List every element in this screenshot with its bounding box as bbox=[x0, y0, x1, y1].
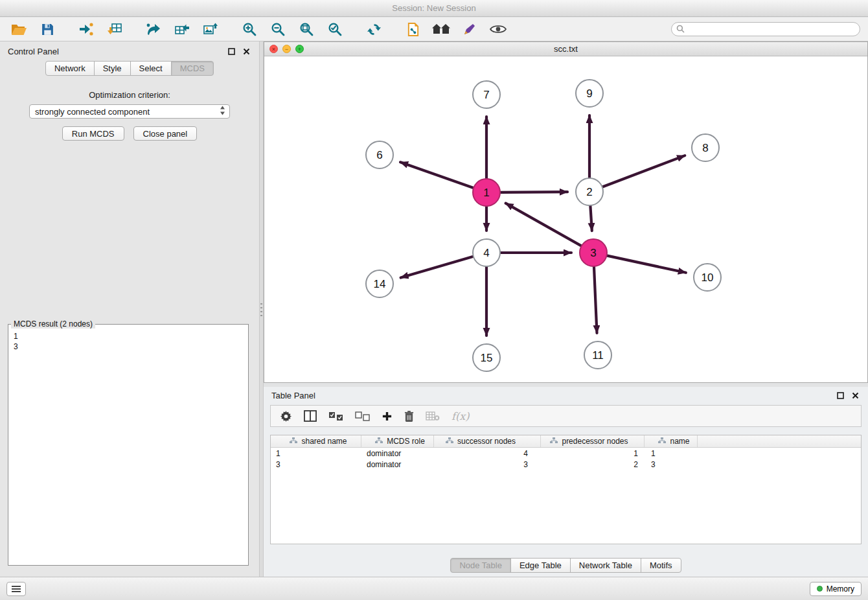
optimization-criterion-dropdown[interactable]: strongly connected component bbox=[29, 104, 230, 119]
column-header-label: predecessor nodes bbox=[562, 437, 628, 446]
graph-node-11[interactable]: 11 bbox=[584, 341, 611, 369]
save-session-icon[interactable] bbox=[36, 19, 58, 39]
control-panel-title: Control Panel bbox=[8, 47, 59, 56]
gear-icon[interactable] bbox=[280, 410, 292, 422]
minimize-window-icon[interactable]: − bbox=[282, 45, 291, 53]
zoom-window-icon[interactable]: + bbox=[295, 45, 304, 53]
graph-node-14[interactable]: 14 bbox=[366, 270, 393, 297]
table-row[interactable]: 3dominator323 bbox=[271, 459, 861, 470]
import-table-icon[interactable] bbox=[104, 19, 126, 39]
mcds-result-box: MCDS result (2 nodes) 13 bbox=[8, 319, 249, 566]
graph-node-3[interactable]: 3 bbox=[580, 239, 607, 266]
deselect-all-icon[interactable] bbox=[355, 411, 370, 421]
search-input[interactable] bbox=[671, 22, 860, 36]
graph-edge-3-11[interactable] bbox=[594, 267, 597, 333]
graph-node-4[interactable]: 4 bbox=[473, 239, 500, 266]
tab-motifs[interactable]: Motifs bbox=[641, 558, 681, 573]
graph-node-6[interactable]: 6 bbox=[366, 141, 393, 168]
export-network-icon[interactable] bbox=[143, 19, 165, 39]
window-titlebar[interactable]: Session: New Session bbox=[0, 0, 868, 17]
close-table-panel-icon[interactable] bbox=[851, 391, 860, 400]
table-panel-title: Table Panel bbox=[271, 391, 315, 400]
table-panel: Table Panel f(x) shared nameMCDS rolesuc… bbox=[264, 387, 868, 577]
export-table-icon[interactable] bbox=[171, 19, 193, 39]
columns-icon[interactable] bbox=[304, 410, 317, 422]
tree-sort-icon bbox=[290, 437, 297, 446]
close-panel-button[interactable]: Close panel bbox=[133, 126, 198, 141]
table-row[interactable]: 1dominator411 bbox=[271, 448, 861, 459]
tab-network[interactable]: Network bbox=[45, 61, 95, 76]
graph-edge-3-1[interactable] bbox=[506, 203, 581, 246]
apply-layout-icon[interactable] bbox=[363, 19, 385, 39]
trash-icon[interactable] bbox=[404, 410, 414, 422]
show-hide-icon[interactable] bbox=[487, 19, 509, 39]
mcds-result-value: 1 bbox=[14, 331, 243, 341]
column-header-label: name bbox=[670, 437, 689, 446]
column-header-label: shared name bbox=[301, 437, 347, 446]
zoom-selected-icon[interactable] bbox=[324, 19, 346, 39]
nested-network-icon[interactable] bbox=[430, 19, 452, 39]
import-network-icon[interactable] bbox=[75, 19, 97, 39]
tab-mcds[interactable]: MCDS bbox=[171, 61, 214, 76]
float-table-panel-icon[interactable] bbox=[836, 391, 845, 400]
node-table: shared nameMCDS rolesuccessor nodesprede… bbox=[270, 435, 862, 544]
memory-button[interactable]: Memory bbox=[810, 582, 862, 596]
optimization-criterion-label: Optimization criterion: bbox=[0, 90, 259, 100]
table-cell: 3 bbox=[645, 460, 698, 469]
column-header-predecessor-nodes[interactable]: predecessor nodes bbox=[541, 435, 645, 447]
style-brush-icon[interactable] bbox=[459, 19, 481, 39]
clipboard-network-icon[interactable] bbox=[402, 19, 424, 39]
close-panel-icon[interactable] bbox=[242, 47, 251, 56]
graph-node-8[interactable]: 8 bbox=[692, 134, 719, 161]
zoom-fit-icon[interactable] bbox=[295, 19, 317, 39]
fx-icon[interactable]: f(x) bbox=[451, 410, 469, 422]
zoom-out-icon[interactable] bbox=[267, 19, 289, 39]
graph-edge-4-14[interactable] bbox=[401, 257, 473, 277]
graph-edge-3-10[interactable] bbox=[608, 256, 686, 273]
graph-node-15[interactable]: 15 bbox=[473, 344, 500, 371]
table-cell: 1 bbox=[645, 449, 698, 458]
table-cell: 3 bbox=[271, 460, 361, 469]
dropdown-selected-value: strongly connected component bbox=[35, 107, 220, 117]
graph-node-10[interactable]: 10 bbox=[694, 264, 721, 291]
close-window-icon[interactable]: × bbox=[269, 45, 278, 53]
svg-text:10: 10 bbox=[702, 271, 714, 284]
svg-text:8: 8 bbox=[702, 142, 708, 154]
network-window-titlebar[interactable]: × − + scc.txt bbox=[264, 42, 867, 56]
column-header-mcds-role[interactable]: MCDS role bbox=[361, 435, 434, 447]
svg-text:4: 4 bbox=[483, 247, 489, 259]
graph-edge-2-8[interactable] bbox=[603, 156, 685, 187]
tab-select[interactable]: Select bbox=[130, 61, 172, 76]
graph-node-7[interactable]: 7 bbox=[473, 81, 500, 108]
column-header-shared-name[interactable]: shared name bbox=[271, 435, 361, 447]
tab-network-table[interactable]: Network Table bbox=[570, 558, 641, 573]
graph-edge-1-6[interactable] bbox=[400, 162, 473, 187]
tab-edge-table[interactable]: Edge Table bbox=[510, 558, 571, 573]
run-mcds-button[interactable]: Run MCDS bbox=[62, 126, 124, 141]
graph-edge-2-3[interactable] bbox=[590, 206, 591, 231]
task-history-icon[interactable] bbox=[6, 582, 26, 596]
select-all-icon[interactable] bbox=[328, 411, 343, 421]
tab-style[interactable]: Style bbox=[94, 61, 131, 76]
export-image-icon[interactable] bbox=[200, 19, 222, 39]
column-header-successor-nodes[interactable]: successor nodes bbox=[434, 435, 541, 447]
add-row-icon[interactable] bbox=[382, 411, 393, 422]
column-header-name[interactable]: name bbox=[645, 435, 698, 447]
panel-splitter[interactable] bbox=[259, 41, 264, 577]
graph-node-1[interactable]: 1 bbox=[473, 179, 500, 206]
table-cell: 3 bbox=[434, 460, 541, 469]
tree-sort-icon bbox=[375, 437, 383, 446]
graph-node-9[interactable]: 9 bbox=[576, 80, 603, 107]
network-canvas[interactable]: 1234678910111415 bbox=[264, 56, 867, 382]
open-folder-icon[interactable] bbox=[8, 19, 30, 39]
tree-sort-icon bbox=[658, 437, 666, 446]
node-table-body: 1dominator4113dominator323 bbox=[271, 448, 861, 470]
graph-edge-1-2[interactable] bbox=[501, 192, 567, 192]
table-cell: dominator bbox=[361, 460, 434, 469]
graph-node-2[interactable]: 2 bbox=[576, 178, 603, 205]
svg-text:11: 11 bbox=[592, 349, 604, 362]
delete-table-icon[interactable] bbox=[426, 411, 440, 421]
zoom-in-icon[interactable] bbox=[238, 19, 260, 39]
tab-node-table[interactable]: Node Table bbox=[450, 558, 511, 573]
float-panel-icon[interactable] bbox=[227, 47, 236, 56]
